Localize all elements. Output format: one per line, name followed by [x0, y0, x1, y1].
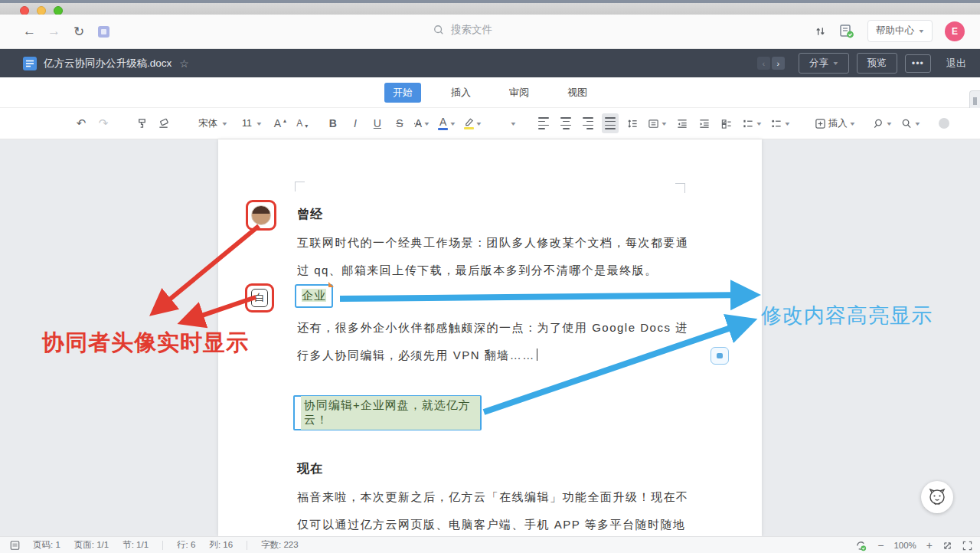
indent-decrease-button[interactable] — [674, 113, 691, 133]
insert-button[interactable]: 插入 ▼ — [813, 113, 857, 133]
page-info-icon[interactable] — [9, 540, 21, 551]
margin-mark — [295, 182, 305, 191]
more-button[interactable]: ••• — [905, 54, 931, 73]
exit-button[interactable]: 退出 — [946, 57, 966, 70]
chevron-down-icon: ▼ — [918, 28, 926, 34]
tab-start[interactable]: 开始 — [384, 83, 421, 103]
back-icon[interactable]: ← — [23, 24, 36, 39]
tab-review[interactable]: 审阅 — [501, 83, 537, 103]
zoom-level[interactable]: 100% — [893, 541, 916, 550]
tab-insert[interactable]: 插入 — [443, 83, 479, 103]
line-spacing-icon — [626, 118, 639, 129]
ribbon-tab-row: 开始 插入 审阅 视图 — [0, 77, 980, 108]
document-area: 曾经 互联网时代的一个经典工作场景：团队多人修改某个文档，每次都要通过 qq、邮… — [0, 139, 980, 536]
share-button[interactable]: 分享 ▼ — [799, 53, 849, 74]
bold-button[interactable]: B — [325, 113, 341, 133]
undo-button[interactable]: ↶ — [73, 113, 90, 133]
task-list-icon — [720, 118, 733, 129]
text-cursor — [537, 348, 538, 361]
paragraph-spacing-button[interactable]: ▼ — [646, 113, 668, 133]
numbered-list-icon — [742, 118, 754, 129]
status-column: 列: 16 — [209, 539, 233, 551]
font-family-select[interactable]: 宋体 ▼ — [194, 113, 232, 133]
fit-width-icon[interactable] — [942, 541, 952, 551]
status-line: 行: 6 — [177, 539, 195, 551]
italic-button[interactable]: I — [347, 113, 364, 133]
star-icon[interactable]: ☆ — [179, 57, 189, 70]
browser-toolbar: ← → ↻ 搜索文件 帮助中心 ▼ E — [0, 15, 980, 49]
mac-titlebar — [0, 3, 980, 15]
task-list-button[interactable] — [718, 113, 735, 133]
indent-increase-icon — [698, 118, 710, 129]
fullscreen-icon[interactable] — [962, 541, 972, 551]
font-color-label: A — [439, 116, 446, 127]
app-window: ← → ↻ 搜索文件 帮助中心 ▼ E 亿方云协同办公升级稿.docx ☆ ‹ … — [0, 0, 980, 553]
next-page-icon[interactable]: › — [772, 57, 785, 70]
align-right-icon — [583, 116, 593, 130]
document-title: 亿方云协同办公升级稿.docx — [44, 57, 172, 70]
underline-button[interactable]: U — [369, 113, 386, 133]
font-size-select[interactable]: 11 ▼ — [237, 113, 266, 133]
status-circle-icon — [939, 118, 949, 129]
chevron-down-icon: ▼ — [784, 121, 792, 126]
reload-icon[interactable]: ↻ — [74, 24, 84, 40]
text-effect-button[interactable]: A▼ — [413, 113, 431, 133]
indent-increase-button[interactable] — [696, 113, 713, 133]
format-painter-button[interactable] — [133, 113, 150, 133]
numbered-list-button[interactable]: ▼ — [740, 113, 763, 133]
strikethrough-button[interactable]: S — [391, 113, 408, 133]
grow-font-button[interactable]: A▴ — [272, 113, 289, 133]
search-icon — [433, 25, 444, 35]
chevron-down-icon: ▼ — [449, 121, 457, 126]
mascot-face-icon — [926, 486, 948, 508]
redo-button[interactable]: ↷ — [95, 113, 112, 133]
clear-format-button[interactable] — [155, 113, 172, 133]
collaborator-photo — [251, 205, 271, 225]
select-tool-button[interactable]: ▼ — [871, 113, 893, 133]
grow-font-label: A — [274, 117, 281, 129]
status-page-count: 页面: 1/1 — [74, 539, 109, 551]
document-header: 亿方云协同办公升级稿.docx ☆ ‹ › 分享 ▼ 预览 ••• 退出 — [0, 49, 980, 77]
tab-view[interactable]: 视图 — [559, 83, 596, 103]
preview-button[interactable]: 预览 — [857, 53, 897, 74]
prev-page-icon[interactable]: ‹ — [757, 57, 770, 70]
chevron-down-icon: ▼ — [423, 121, 431, 126]
share-label: 分享 — [809, 57, 828, 70]
feedback-widget[interactable] — [921, 481, 953, 513]
align-justify-icon — [605, 116, 616, 130]
sort-icon[interactable] — [815, 25, 826, 38]
find-icon — [900, 118, 913, 129]
line-spacing-button[interactable] — [624, 113, 641, 133]
zoom-out-icon[interactable]: − — [877, 540, 884, 551]
collaborator-avatar-1 — [246, 200, 276, 231]
search-bar[interactable]: 搜索文件 — [433, 23, 492, 37]
status-page-number: 页码: 1 — [33, 539, 60, 551]
find-button[interactable]: ▼ — [899, 113, 922, 133]
align-justify-button[interactable] — [602, 113, 619, 133]
highlight-color-button[interactable]: ▼ — [462, 113, 483, 133]
callout-box: 协同编辑+企业网盘，就选亿方云！ — [293, 395, 482, 430]
status-circle-button[interactable] — [936, 113, 952, 133]
more-text-style-button[interactable]: ▼ — [505, 113, 521, 133]
forward-icon[interactable]: → — [47, 24, 60, 39]
align-center-button[interactable] — [557, 113, 574, 133]
status-bar: 页码: 1 页面: 1/1 节: 1/1 行: 6 列: 16 字数: 223 … — [0, 536, 980, 553]
insert-icon — [815, 118, 826, 129]
bullet-list-button[interactable]: ▼ — [769, 113, 792, 133]
doc-sync-check-icon[interactable] — [838, 24, 855, 39]
sync-ok-icon[interactable] — [854, 540, 867, 551]
comment-icon[interactable] — [710, 347, 729, 365]
font-color-button[interactable]: A ▼ — [436, 113, 457, 133]
chevron-down-icon: ▼ — [509, 121, 517, 126]
help-center-label: 帮助中心 — [876, 25, 914, 38]
user-avatar[interactable]: E — [945, 21, 965, 41]
extension-icon[interactable] — [98, 26, 109, 38]
zoom-in-icon[interactable]: + — [926, 540, 933, 551]
help-center-button[interactable]: 帮助中心 ▼ — [867, 20, 933, 42]
chevron-down-icon: ▼ — [832, 61, 840, 66]
align-left-button[interactable] — [535, 113, 552, 133]
document-page[interactable]: 曾经 互联网时代的一个经典工作场景：团队多人修改某个文档，每次都要通过 qq、邮… — [218, 139, 762, 536]
align-right-button[interactable] — [580, 113, 596, 133]
shrink-font-button[interactable]: A▾ — [294, 113, 311, 133]
doc-file-icon — [23, 57, 37, 70]
